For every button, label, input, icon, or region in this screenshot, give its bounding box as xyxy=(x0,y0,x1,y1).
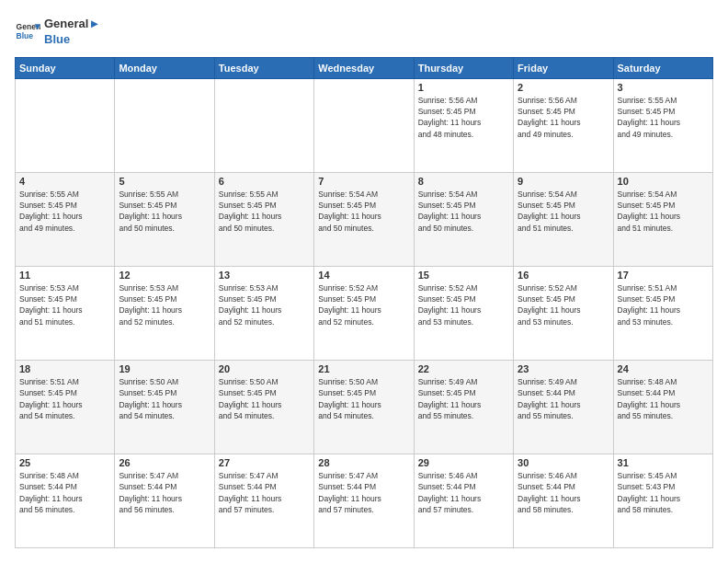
calendar-cell xyxy=(214,78,313,172)
weekday-header: Friday xyxy=(514,57,613,78)
calendar-cell xyxy=(314,78,414,172)
day-info: Sunrise: 5:54 AM Sunset: 5:45 PM Dayligh… xyxy=(318,189,409,234)
calendar-table: SundayMondayTuesdayWednesdayThursdayFrid… xyxy=(15,57,713,548)
day-number: 16 xyxy=(518,270,609,281)
calendar-cell: 31Sunrise: 5:45 AM Sunset: 5:43 PM Dayli… xyxy=(613,454,712,547)
calendar-cell: 29Sunrise: 5:46 AM Sunset: 5:44 PM Dayli… xyxy=(414,454,513,547)
day-number: 4 xyxy=(19,176,110,187)
calendar-cell: 19Sunrise: 5:50 AM Sunset: 5:45 PM Dayli… xyxy=(115,360,214,454)
day-number: 6 xyxy=(219,176,310,187)
calendar-cell: 1Sunrise: 5:56 AM Sunset: 5:45 PM Daylig… xyxy=(414,78,513,172)
day-info: Sunrise: 5:53 AM Sunset: 5:45 PM Dayligh… xyxy=(19,282,110,327)
calendar-week-row: 18Sunrise: 5:51 AM Sunset: 5:45 PM Dayli… xyxy=(16,360,713,454)
day-number: 5 xyxy=(119,176,210,187)
day-info: Sunrise: 5:48 AM Sunset: 5:44 PM Dayligh… xyxy=(618,376,709,421)
calendar-cell: 30Sunrise: 5:46 AM Sunset: 5:44 PM Dayli… xyxy=(514,454,613,547)
day-info: Sunrise: 5:46 AM Sunset: 5:44 PM Dayligh… xyxy=(418,470,509,515)
day-info: Sunrise: 5:56 AM Sunset: 5:45 PM Dayligh… xyxy=(518,95,609,140)
calendar-cell: 2Sunrise: 5:56 AM Sunset: 5:45 PM Daylig… xyxy=(514,78,613,172)
logo-text: General► xyxy=(44,17,100,32)
day-info: Sunrise: 5:47 AM Sunset: 5:44 PM Dayligh… xyxy=(219,470,310,515)
calendar-cell: 15Sunrise: 5:52 AM Sunset: 5:45 PM Dayli… xyxy=(414,266,513,360)
calendar-cell: 17Sunrise: 5:51 AM Sunset: 5:45 PM Dayli… xyxy=(613,266,712,360)
weekday-header-row: SundayMondayTuesdayWednesdayThursdayFrid… xyxy=(16,57,713,78)
day-number: 15 xyxy=(418,270,509,281)
day-info: Sunrise: 5:53 AM Sunset: 5:45 PM Dayligh… xyxy=(219,282,310,327)
day-number: 31 xyxy=(618,457,709,468)
day-info: Sunrise: 5:55 AM Sunset: 5:45 PM Dayligh… xyxy=(618,95,709,140)
weekday-header: Thursday xyxy=(414,57,513,78)
day-number: 19 xyxy=(119,363,210,374)
day-info: Sunrise: 5:53 AM Sunset: 5:45 PM Dayligh… xyxy=(119,282,210,327)
calendar-cell: 16Sunrise: 5:52 AM Sunset: 5:45 PM Dayli… xyxy=(514,266,613,360)
calendar-cell: 7Sunrise: 5:54 AM Sunset: 5:45 PM Daylig… xyxy=(314,172,414,266)
calendar-cell: 25Sunrise: 5:48 AM Sunset: 5:44 PM Dayli… xyxy=(16,454,115,547)
day-info: Sunrise: 5:50 AM Sunset: 5:45 PM Dayligh… xyxy=(219,376,310,421)
day-number: 29 xyxy=(418,457,509,468)
day-number: 10 xyxy=(618,176,709,187)
day-number: 26 xyxy=(119,457,210,468)
day-info: Sunrise: 5:50 AM Sunset: 5:45 PM Dayligh… xyxy=(318,376,409,421)
day-info: Sunrise: 5:56 AM Sunset: 5:45 PM Dayligh… xyxy=(418,95,509,140)
calendar-cell: 5Sunrise: 5:55 AM Sunset: 5:45 PM Daylig… xyxy=(115,172,214,266)
calendar-cell: 28Sunrise: 5:47 AM Sunset: 5:44 PM Dayli… xyxy=(314,454,414,547)
day-info: Sunrise: 5:51 AM Sunset: 5:45 PM Dayligh… xyxy=(19,376,110,421)
calendar-cell: 18Sunrise: 5:51 AM Sunset: 5:45 PM Dayli… xyxy=(16,360,115,454)
weekday-header: Sunday xyxy=(16,57,115,78)
day-info: Sunrise: 5:55 AM Sunset: 5:45 PM Dayligh… xyxy=(119,189,210,234)
day-info: Sunrise: 5:49 AM Sunset: 5:44 PM Dayligh… xyxy=(518,376,609,421)
calendar-cell: 13Sunrise: 5:53 AM Sunset: 5:45 PM Dayli… xyxy=(214,266,313,360)
header: General Blue General► Blue xyxy=(15,15,713,48)
day-info: Sunrise: 5:52 AM Sunset: 5:45 PM Dayligh… xyxy=(318,282,409,327)
calendar-week-row: 11Sunrise: 5:53 AM Sunset: 5:45 PM Dayli… xyxy=(16,266,713,360)
day-info: Sunrise: 5:48 AM Sunset: 5:44 PM Dayligh… xyxy=(19,470,110,515)
day-info: Sunrise: 5:54 AM Sunset: 5:45 PM Dayligh… xyxy=(418,189,509,234)
weekday-header: Monday xyxy=(115,57,214,78)
day-info: Sunrise: 5:47 AM Sunset: 5:44 PM Dayligh… xyxy=(318,470,409,515)
day-info: Sunrise: 5:50 AM Sunset: 5:45 PM Dayligh… xyxy=(119,376,210,421)
calendar-cell: 26Sunrise: 5:47 AM Sunset: 5:44 PM Dayli… xyxy=(115,454,214,547)
calendar-cell: 20Sunrise: 5:50 AM Sunset: 5:45 PM Dayli… xyxy=(214,360,313,454)
calendar-cell: 22Sunrise: 5:49 AM Sunset: 5:45 PM Dayli… xyxy=(414,360,513,454)
day-info: Sunrise: 5:46 AM Sunset: 5:44 PM Dayligh… xyxy=(518,470,609,515)
day-number: 28 xyxy=(318,457,409,468)
calendar-week-row: 25Sunrise: 5:48 AM Sunset: 5:44 PM Dayli… xyxy=(16,454,713,547)
day-number: 11 xyxy=(19,270,110,281)
day-info: Sunrise: 5:54 AM Sunset: 5:45 PM Dayligh… xyxy=(518,189,609,234)
day-number: 9 xyxy=(518,176,609,187)
day-number: 17 xyxy=(618,270,709,281)
weekday-header: Wednesday xyxy=(314,57,414,78)
day-info: Sunrise: 5:52 AM Sunset: 5:45 PM Dayligh… xyxy=(518,282,609,327)
day-number: 2 xyxy=(518,82,609,93)
page: General Blue General► Blue SundayMondayT… xyxy=(0,0,728,563)
logo-subtext: Blue xyxy=(44,32,100,48)
calendar-cell: 11Sunrise: 5:53 AM Sunset: 5:45 PM Dayli… xyxy=(16,266,115,360)
day-number: 1 xyxy=(418,82,509,93)
calendar-cell: 10Sunrise: 5:54 AM Sunset: 5:45 PM Dayli… xyxy=(613,172,712,266)
calendar-week-row: 1Sunrise: 5:56 AM Sunset: 5:45 PM Daylig… xyxy=(16,78,713,172)
calendar-cell: 12Sunrise: 5:53 AM Sunset: 5:45 PM Dayli… xyxy=(115,266,214,360)
calendar-cell xyxy=(16,78,115,172)
svg-text:Blue: Blue xyxy=(17,31,34,40)
day-number: 24 xyxy=(618,363,709,374)
day-info: Sunrise: 5:55 AM Sunset: 5:45 PM Dayligh… xyxy=(19,189,110,234)
calendar-cell: 6Sunrise: 5:55 AM Sunset: 5:45 PM Daylig… xyxy=(214,172,313,266)
logo: General Blue General► Blue xyxy=(15,15,100,48)
calendar-cell: 3Sunrise: 5:55 AM Sunset: 5:45 PM Daylig… xyxy=(613,78,712,172)
calendar-cell: 27Sunrise: 5:47 AM Sunset: 5:44 PM Dayli… xyxy=(214,454,313,547)
day-info: Sunrise: 5:45 AM Sunset: 5:43 PM Dayligh… xyxy=(618,470,709,515)
day-number: 22 xyxy=(418,363,509,374)
calendar-cell xyxy=(115,78,214,172)
day-info: Sunrise: 5:49 AM Sunset: 5:45 PM Dayligh… xyxy=(418,376,509,421)
calendar-week-row: 4Sunrise: 5:55 AM Sunset: 5:45 PM Daylig… xyxy=(16,172,713,266)
day-number: 30 xyxy=(518,457,609,468)
calendar-cell: 8Sunrise: 5:54 AM Sunset: 5:45 PM Daylig… xyxy=(414,172,513,266)
calendar-cell: 14Sunrise: 5:52 AM Sunset: 5:45 PM Dayli… xyxy=(314,266,414,360)
day-number: 23 xyxy=(518,363,609,374)
day-number: 27 xyxy=(219,457,310,468)
calendar-cell: 23Sunrise: 5:49 AM Sunset: 5:44 PM Dayli… xyxy=(514,360,613,454)
day-number: 3 xyxy=(618,82,709,93)
weekday-header: Tuesday xyxy=(214,57,313,78)
day-info: Sunrise: 5:47 AM Sunset: 5:44 PM Dayligh… xyxy=(119,470,210,515)
day-info: Sunrise: 5:52 AM Sunset: 5:45 PM Dayligh… xyxy=(418,282,509,327)
